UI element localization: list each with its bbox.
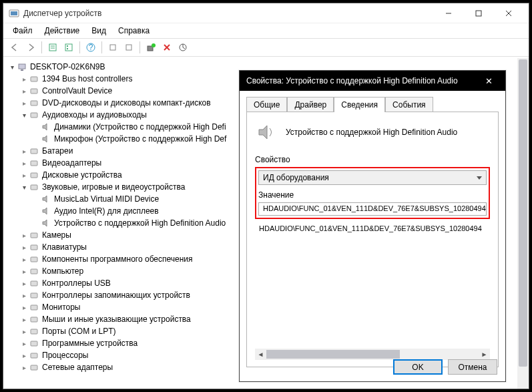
category-icon [29, 170, 39, 180]
dialog-buttons: OK Отмена [393, 359, 497, 375]
menu-view[interactable]: Вид [86, 25, 111, 37]
svg-rect-38 [31, 317, 37, 322]
category-icon [29, 278, 39, 288]
tab-events[interactable]: События [385, 97, 433, 112]
tab-details[interactable]: Сведения [334, 97, 385, 112]
svg-rect-27 [31, 149, 37, 154]
property-combobox[interactable]: ИД оборудования [258, 170, 487, 185]
horizontal-scrollbar[interactable]: ◄ ► [255, 349, 490, 360]
speaker-icon [41, 134, 51, 144]
dialog-close-button[interactable]: ✕ [479, 76, 499, 86]
help-icon[interactable]: ? [83, 40, 98, 55]
category-icon [29, 73, 39, 84]
maximize-button[interactable] [463, 3, 493, 23]
value-label: Значение [258, 190, 487, 200]
category-icon [29, 338, 39, 349]
svg-rect-30 [31, 185, 37, 190]
computer-icon [17, 61, 27, 72]
svg-rect-36 [31, 293, 37, 298]
category-icon [29, 266, 39, 276]
category-icon [29, 362, 39, 373]
svg-rect-10 [67, 45, 68, 47]
svg-rect-28 [31, 161, 37, 166]
svg-rect-6 [49, 44, 56, 51]
svg-rect-21 [19, 64, 25, 69]
uninstall-icon[interactable] [160, 40, 174, 55]
hardware-id-selected[interactable]: HDAUDIO\FUNC_01&VEN_111D&DEV_76E7&SUBSYS… [258, 202, 487, 216]
category-icon [29, 182, 39, 192]
menubar: Файл Действие Вид Справка [3, 23, 529, 38]
scroll-right-arrow[interactable]: ► [479, 349, 490, 360]
minimize-button[interactable] [433, 3, 463, 23]
svg-rect-16 [148, 46, 153, 51]
forward-button[interactable] [23, 40, 38, 55]
property-selected: ИД оборудования [263, 173, 329, 182]
menu-help[interactable]: Справка [113, 25, 155, 37]
tool-properties-icon[interactable] [45, 40, 60, 55]
svg-rect-40 [31, 341, 37, 346]
svg-rect-22 [21, 69, 23, 71]
category-icon [29, 230, 39, 240]
svg-rect-39 [31, 329, 37, 334]
toolbar-separator [101, 41, 102, 53]
device-name: Устройство с поддержкой High Definition … [286, 128, 457, 137]
svg-rect-41 [31, 353, 37, 358]
hscroll-thumb[interactable] [266, 350, 400, 359]
update-driver-icon[interactable] [176, 40, 190, 55]
tab-general[interactable]: Общие [246, 97, 287, 112]
tool-icon[interactable] [121, 40, 136, 55]
menu-action[interactable]: Действие [39, 25, 85, 37]
vertical-scrollbar[interactable] [517, 58, 529, 389]
category-icon [29, 110, 39, 120]
scrollbar-thumb[interactable] [519, 59, 527, 367]
svg-point-17 [152, 43, 156, 47]
svg-text:?: ? [89, 43, 93, 52]
svg-rect-24 [31, 89, 37, 93]
speaker-icon [41, 206, 51, 216]
svg-rect-31 [31, 233, 37, 238]
category-icon [29, 326, 39, 337]
scan-hardware-icon[interactable] [144, 40, 158, 55]
titlebar: Диспетчер устройств [3, 3, 529, 23]
dialog-titlebar[interactable]: Свойства: Устройство с поддержкой High D… [240, 71, 505, 91]
category-icon [29, 85, 39, 96]
cancel-button[interactable]: Отмена [448, 359, 497, 375]
svg-rect-35 [31, 281, 37, 286]
svg-rect-42 [31, 365, 37, 370]
category-icon [29, 254, 39, 264]
tool-icon[interactable] [105, 40, 120, 55]
toolbar-separator [140, 41, 140, 53]
speaker-icon [41, 122, 51, 132]
properties-dialog: Свойства: Устройство с поддержкой High D… [239, 70, 506, 382]
back-button[interactable] [7, 40, 22, 55]
svg-rect-3 [476, 11, 481, 16]
svg-rect-15 [126, 45, 131, 50]
svg-rect-11 [67, 48, 68, 49]
tool-list-icon[interactable] [61, 40, 76, 55]
close-button[interactable] [493, 3, 523, 23]
svg-rect-23 [31, 77, 37, 81]
menu-file[interactable]: Файл [7, 25, 38, 37]
svg-rect-32 [31, 245, 37, 250]
dialog-body: Общие Драйвер Сведения События Устройств… [240, 91, 505, 381]
highlight-box: ИД оборудования Значение HDAUDIO\FUNC_01… [255, 167, 490, 219]
svg-rect-25 [31, 101, 37, 106]
tab-panel-details: Устройство с поддержкой High Definition … [246, 112, 499, 367]
svg-rect-9 [65, 44, 72, 51]
tab-driver[interactable]: Драйвер [287, 97, 334, 112]
speaker-icon [41, 218, 51, 228]
category-icon [29, 290, 39, 301]
category-icon [29, 302, 39, 313]
hardware-id-row[interactable]: HDAUDIO\FUNC_01&VEN_111D&DEV_76E7&SUBSYS… [255, 223, 490, 234]
svg-rect-34 [31, 269, 37, 274]
scroll-left-arrow[interactable]: ◄ [255, 349, 266, 360]
category-icon [29, 97, 39, 108]
app-icon [9, 8, 19, 19]
toolbar: ? [3, 38, 529, 57]
window-title: Диспетчер устройств [23, 9, 433, 18]
window-controls [433, 3, 523, 23]
svg-rect-14 [110, 45, 115, 50]
category-icon [29, 314, 39, 325]
ok-button[interactable]: OK [393, 359, 443, 375]
svg-rect-37 [31, 305, 37, 310]
